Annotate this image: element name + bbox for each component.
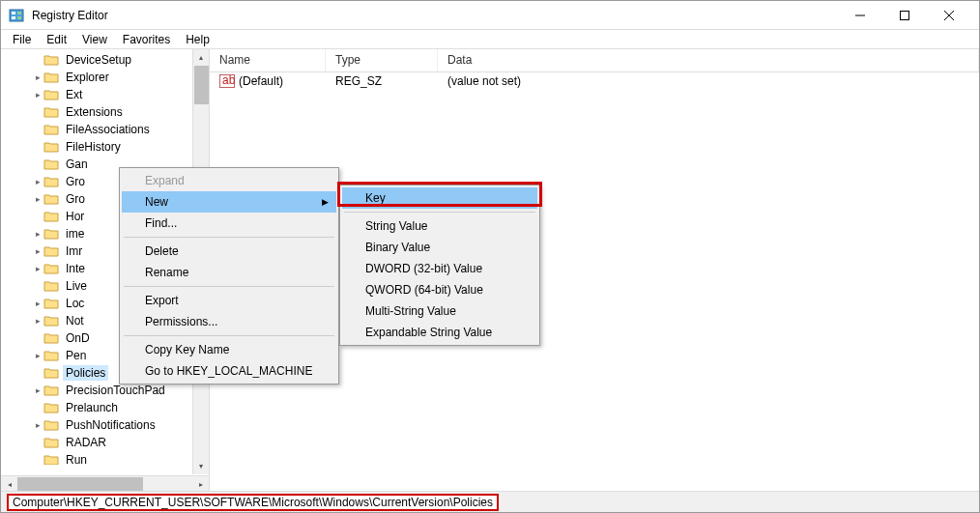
context-menu-item[interactable]: Go to HKEY_LOCAL_MACHINE [122, 360, 336, 382]
chevron-right-icon[interactable]: ▸ [32, 299, 43, 308]
menu-separator [124, 286, 334, 287]
column-type[interactable]: Type [326, 49, 438, 71]
window-title: Registry Editor [32, 9, 838, 22]
tree-item[interactable]: Run [1, 451, 209, 465]
folder-icon [43, 175, 59, 188]
tree-item-label: Extensions [63, 104, 126, 120]
menu-item-label: Export [145, 294, 179, 307]
context-menu: ExpandNew▶Find...DeleteRenameExportPermi… [119, 167, 339, 385]
tree-item[interactable]: FileAssociations [1, 121, 209, 138]
context-menu-item[interactable]: QWORD (64-bit) Value [342, 279, 537, 300]
chevron-right-icon[interactable]: ▸ [32, 351, 43, 360]
tree-item[interactable]: FileHistory [1, 138, 209, 156]
minimize-button[interactable] [838, 1, 882, 30]
tree-item-label: PrecisionTouchPad [63, 383, 168, 398]
folder-icon [43, 244, 59, 258]
scroll-thumb[interactable] [194, 66, 209, 104]
scroll-right-icon[interactable]: ▸ [192, 476, 209, 492]
tree-item-label: Hor [63, 209, 87, 224]
column-name[interactable]: Name [210, 49, 326, 71]
menu-item-label: Find... [145, 216, 177, 230]
chevron-right-icon[interactable]: ▸ [32, 194, 43, 204]
menu-favorites[interactable]: Favorites [115, 31, 178, 48]
tree-item[interactable]: Prelaunch [1, 399, 209, 416]
svg-rect-6 [901, 11, 909, 19]
scroll-left-icon[interactable]: ◂ [1, 476, 17, 492]
folder-icon [43, 401, 59, 414]
column-data[interactable]: Data [438, 49, 979, 71]
tree-item-label: Policies [63, 365, 108, 381]
folder-icon [43, 331, 59, 345]
regedit-icon [9, 8, 24, 23]
tree-horizontal-scrollbar[interactable]: ◂ ▸ [1, 475, 209, 492]
tree-item[interactable]: ▸Explorer [1, 69, 209, 86]
list-row[interactable]: ab (Default) REG_SZ (value not set) [210, 72, 979, 90]
tree-item-label: Run [63, 452, 90, 465]
string-value-icon: ab [219, 74, 235, 88]
tree-item-label: Inte [63, 261, 88, 276]
context-menu-item[interactable]: Rename [122, 262, 336, 283]
scroll-down-icon[interactable]: ▾ [193, 458, 209, 474]
tree-item[interactable]: ▸Ext [1, 86, 209, 103]
menu-edit[interactable]: Edit [39, 31, 74, 48]
context-menu-item[interactable]: Permissions... [122, 311, 336, 332]
tree-item[interactable]: ▸PushNotifications [1, 416, 209, 434]
tree-item-label: Explorer [63, 70, 112, 85]
folder-icon [43, 436, 59, 449]
menu-help[interactable]: Help [178, 31, 217, 48]
context-submenu-new: KeyString ValueBinary ValueDWORD (32-bit… [339, 185, 540, 346]
registry-path[interactable]: Computer\HKEY_CURRENT_USER\SOFTWARE\Micr… [7, 494, 499, 511]
context-menu-item[interactable]: Key [342, 187, 537, 209]
folder-icon [43, 53, 59, 67]
menubar: File Edit View Favorites Help [1, 30, 979, 49]
tree-item-label: RADAR [63, 435, 109, 450]
tree-item[interactable]: RADAR [1, 434, 209, 451]
chevron-right-icon[interactable]: ▸ [32, 246, 43, 256]
chevron-right-icon[interactable]: ▸ [32, 72, 43, 82]
value-data: (value not set) [438, 74, 979, 88]
context-menu-item[interactable]: New▶ [122, 191, 336, 213]
menu-item-label: Binary Value [365, 241, 430, 254]
chevron-right-icon[interactable]: ▸ [32, 229, 43, 239]
context-menu-item[interactable]: Binary Value [342, 237, 537, 258]
chevron-right-icon[interactable]: ▸ [32, 385, 43, 395]
scroll-up-icon[interactable]: ▴ [193, 49, 209, 66]
tree-item-label: Prelaunch [63, 400, 121, 415]
svg-rect-4 [17, 16, 21, 19]
context-menu-item[interactable]: Multi-String Value [342, 300, 537, 322]
value-name-cell: ab (Default) [210, 74, 326, 88]
folder-icon [43, 262, 59, 275]
tree-item-label: Gro [63, 174, 88, 189]
folder-icon [43, 192, 59, 206]
window-controls [838, 1, 971, 30]
maximize-button[interactable] [882, 1, 927, 30]
svg-rect-1 [12, 12, 15, 14]
context-menu-item[interactable]: Find... [122, 213, 336, 234]
context-menu-item: Expand [122, 170, 336, 191]
menu-file[interactable]: File [5, 31, 39, 48]
context-menu-item[interactable]: Export [122, 290, 336, 311]
context-menu-item[interactable]: DWORD (32-bit) Value [342, 258, 537, 279]
tree-item[interactable]: Extensions [1, 103, 209, 121]
folder-icon [43, 71, 59, 84]
close-button[interactable] [927, 1, 971, 30]
context-menu-item[interactable]: Delete [122, 241, 336, 262]
chevron-right-icon[interactable]: ▸ [32, 264, 43, 273]
chevron-right-icon[interactable]: ▸ [32, 90, 43, 100]
tree-item-label: PushNotifications [63, 417, 159, 433]
value-name: (Default) [239, 74, 283, 88]
tree-item[interactable]: DeviceSetup [1, 51, 209, 69]
chevron-right-icon[interactable]: ▸ [32, 420, 43, 430]
chevron-right-icon[interactable]: ▸ [32, 316, 43, 326]
context-menu-item[interactable]: String Value [342, 215, 537, 237]
folder-icon [43, 384, 59, 397]
context-menu-item[interactable]: Copy Key Name [122, 339, 336, 360]
tree-item-label: Loc [63, 296, 87, 311]
scroll-thumb[interactable] [17, 477, 143, 492]
context-menu-item[interactable]: Expandable String Value [342, 322, 537, 343]
menu-separator [124, 335, 334, 336]
menu-view[interactable]: View [74, 31, 115, 48]
folder-icon [43, 418, 59, 432]
tree-item-label: FileAssociations [63, 122, 153, 137]
chevron-right-icon[interactable]: ▸ [32, 177, 43, 186]
